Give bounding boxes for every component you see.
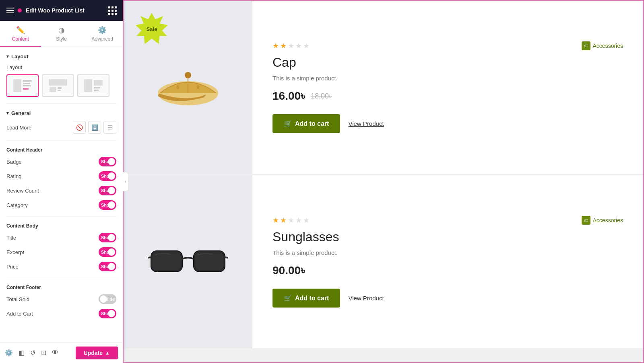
layout-option-3[interactable] bbox=[77, 74, 109, 97]
history-icon[interactable]: ↺ bbox=[30, 349, 35, 357]
star-sg-4: ★ bbox=[295, 216, 302, 225]
price-current-cap: 16.00৳ bbox=[272, 90, 305, 103]
svg-rect-2 bbox=[23, 83, 30, 84]
view-product-text-sunglasses: View Product bbox=[348, 295, 384, 301]
title-toggle[interactable]: Show bbox=[99, 233, 116, 242]
settings-icon[interactable]: ⚙️ bbox=[5, 349, 13, 357]
category-icon-cap: 🏷 bbox=[582, 41, 590, 50]
star-rating-sunglasses: ★ ★ ★ ★ ★ bbox=[272, 216, 310, 225]
star-3: ★ bbox=[288, 41, 294, 50]
responsive-icon[interactable]: ⊡ bbox=[41, 349, 46, 357]
load-more-label: Load More bbox=[6, 125, 31, 131]
excerpt-label: Excerpt bbox=[6, 249, 24, 255]
content-footer-title: Content Footer bbox=[6, 285, 116, 290]
left-panel: Edit Woo Product List ✏️ Content ◑ Style… bbox=[0, 0, 123, 363]
svg-rect-6 bbox=[50, 87, 56, 92]
excerpt-row: Excerpt Show bbox=[6, 247, 116, 257]
badge-toggle[interactable]: Show bbox=[99, 157, 116, 166]
star-sg-5: ★ bbox=[303, 216, 310, 225]
divider-1 bbox=[6, 103, 116, 104]
add-to-cart-toggle[interactable]: Show bbox=[99, 309, 116, 318]
tab-content[interactable]: ✏️ Content bbox=[0, 21, 41, 47]
tab-advanced[interactable]: ⚙️ Advanced bbox=[82, 21, 123, 47]
svg-rect-5 bbox=[49, 79, 67, 86]
svg-rect-10 bbox=[94, 80, 103, 86]
category-toggle-label: Show bbox=[101, 203, 113, 207]
tab-content-label: Content bbox=[12, 36, 29, 42]
review-count-label: Review Count bbox=[6, 188, 39, 194]
total-sold-toggle[interactable]: Hide bbox=[99, 294, 116, 304]
product-actions-cap: 🛒 Add to cart View Product bbox=[272, 114, 623, 133]
star-rating-cap: ★ ★ ★ ★ ★ bbox=[272, 41, 310, 50]
layout-options bbox=[6, 74, 116, 97]
product-image-wrap-sunglasses bbox=[124, 175, 252, 348]
tab-style[interactable]: ◑ Style bbox=[41, 21, 82, 47]
add-to-cart-toggle-label: Show bbox=[101, 311, 113, 316]
tab-advanced-label: Advanced bbox=[91, 36, 113, 42]
title-toggle-label: Show bbox=[101, 235, 113, 240]
update-label: Update bbox=[84, 350, 103, 356]
add-to-cart-row: Add to Cart Show bbox=[6, 309, 116, 318]
sunglasses-image bbox=[148, 238, 228, 286]
advanced-tab-icon: ⚙️ bbox=[98, 26, 107, 35]
load-icon-button[interactable]: ☰ bbox=[103, 121, 116, 134]
svg-rect-12 bbox=[94, 90, 99, 91]
svg-rect-7 bbox=[58, 87, 62, 89]
title-label: Title bbox=[6, 235, 16, 241]
hamburger-icon[interactable] bbox=[6, 8, 14, 13]
svg-rect-4 bbox=[23, 88, 29, 90]
add-to-cart-button-cap[interactable]: 🛒 Add to cart bbox=[272, 114, 340, 133]
layout-section-title: Layout bbox=[6, 53, 116, 59]
category-icon-sunglasses: 🏷 bbox=[582, 216, 590, 225]
star-5: ★ bbox=[303, 41, 310, 50]
product-price-cap: 16.00৳ 18.00৳ bbox=[272, 90, 623, 103]
product-meta-top-cap: ★ ★ ★ ★ ★ 🏷 Accessories bbox=[272, 41, 623, 50]
product-name-sunglasses: Sunglasses bbox=[272, 230, 623, 244]
product-list: Sale bbox=[124, 1, 643, 348]
divider-2 bbox=[6, 140, 116, 141]
add-to-cart-text-sunglasses: Add to cart bbox=[295, 295, 329, 302]
rating-toggle[interactable]: Show bbox=[99, 171, 116, 181]
rating-label: Rating bbox=[6, 173, 22, 179]
price-current-sunglasses: 90.00৳ bbox=[272, 264, 305, 277]
load-icon-none[interactable]: 🚫 bbox=[73, 121, 86, 134]
total-sold-row: Total Sold Hide bbox=[6, 294, 116, 304]
view-product-button-sunglasses[interactable]: View Product bbox=[348, 295, 384, 301]
review-count-row: Review Count Show bbox=[6, 186, 116, 195]
title-row: Title Show bbox=[6, 233, 116, 242]
rating-row: Rating Show bbox=[6, 171, 116, 181]
excerpt-toggle[interactable]: Show bbox=[99, 247, 116, 257]
svg-rect-11 bbox=[94, 87, 100, 88]
add-to-cart-button-sunglasses[interactable]: 🛒 Add to cart bbox=[272, 289, 340, 308]
svg-line-22 bbox=[225, 257, 228, 258]
view-product-button-cap[interactable]: View Product bbox=[348, 120, 384, 127]
category-badge-cap: 🏷 Accessories bbox=[582, 41, 623, 50]
svg-line-21 bbox=[148, 257, 151, 258]
layers-icon[interactable]: ◧ bbox=[19, 349, 25, 357]
eye-icon[interactable]: 👁 bbox=[52, 349, 58, 357]
product-image-wrap-cap: Sale bbox=[124, 1, 252, 174]
category-toggle[interactable]: Show bbox=[99, 200, 116, 210]
panel-header: Edit Woo Product List bbox=[0, 0, 123, 21]
divider-3 bbox=[6, 216, 116, 217]
panel-title: Edit Woo Product List bbox=[26, 7, 85, 14]
category-label: Category bbox=[6, 202, 28, 208]
product-info-sunglasses: ★ ★ ★ ★ ★ 🏷 Accessories Sunglasses This … bbox=[252, 175, 643, 348]
svg-rect-8 bbox=[58, 90, 61, 91]
star-sg-1: ★ bbox=[272, 216, 279, 225]
star-1: ★ bbox=[272, 41, 279, 50]
svg-rect-1 bbox=[23, 80, 32, 82]
update-button[interactable]: Update ▲ bbox=[76, 347, 118, 359]
svg-point-15 bbox=[177, 85, 179, 89]
badge-row: Badge Show bbox=[6, 157, 116, 166]
panel-tabs: ✏️ Content ◑ Style ⚙️ Advanced bbox=[0, 21, 123, 47]
layout-option-1[interactable] bbox=[6, 74, 39, 97]
layout-option-2[interactable] bbox=[42, 74, 74, 97]
price-toggle[interactable]: Show bbox=[99, 262, 116, 271]
collapse-handle[interactable]: ‹ bbox=[123, 172, 128, 191]
load-icon-scroll[interactable]: ⬇️ bbox=[88, 121, 101, 134]
grid-icon[interactable] bbox=[108, 6, 116, 15]
product-info-cap: ★ ★ ★ ★ ★ 🏷 Accessories Cap This is a si… bbox=[252, 1, 643, 174]
review-count-toggle[interactable]: Show bbox=[99, 186, 116, 195]
chevron-up-icon: ▲ bbox=[105, 350, 110, 356]
